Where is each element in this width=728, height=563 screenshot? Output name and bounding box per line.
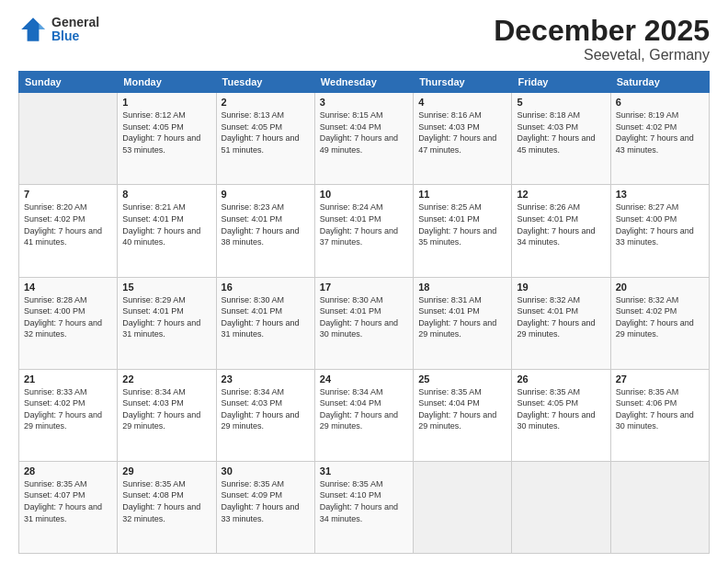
table-row: 7 Sunrise: 8:20 AM Sunset: 4:02 PM Dayli… (19, 185, 118, 277)
daylight-text: Daylight: 7 hours and 47 minutes. (418, 133, 496, 155)
day-number: 29 (122, 465, 210, 477)
table-row: 24 Sunrise: 8:34 AM Sunset: 4:04 PM Dayl… (314, 369, 413, 461)
day-info: Sunrise: 8:32 AM Sunset: 4:01 PM Dayligh… (517, 294, 605, 340)
col-friday: Friday (512, 72, 610, 93)
title-block: December 2025 Seevetal, Germany (494, 15, 710, 63)
sunset-text: Sunset: 4:08 PM (122, 490, 184, 500)
sunrise-text: Sunrise: 8:33 AM (24, 387, 87, 396)
day-number: 21 (24, 373, 112, 385)
day-number: 16 (222, 282, 310, 293)
day-number: 3 (320, 97, 408, 108)
daylight-text: Daylight: 7 hours and 29 minutes. (418, 410, 496, 431)
day-number: 9 (222, 189, 310, 200)
table-row: 18 Sunrise: 8:31 AM Sunset: 4:01 PM Dayl… (414, 277, 512, 369)
daylight-text: Daylight: 7 hours and 49 minutes. (320, 133, 398, 155)
sunrise-text: Sunrise: 8:35 AM (122, 479, 186, 488)
daylight-text: Daylight: 7 hours and 34 minutes. (517, 226, 595, 247)
table-row: 19 Sunrise: 8:32 AM Sunset: 4:01 PM Dayl… (512, 277, 610, 369)
day-info: Sunrise: 8:21 AM Sunset: 4:01 PM Dayligh… (122, 201, 210, 247)
sunset-text: Sunset: 4:04 PM (320, 122, 381, 132)
table-row: 28 Sunrise: 8:35 AM Sunset: 4:07 PM Dayl… (19, 461, 118, 553)
sunset-text: Sunset: 4:04 PM (320, 398, 381, 408)
day-info: Sunrise: 8:27 AM Sunset: 4:00 PM Dayligh… (616, 201, 704, 247)
day-info: Sunrise: 8:35 AM Sunset: 4:04 PM Dayligh… (418, 386, 506, 432)
day-number: 14 (24, 282, 112, 293)
table-row: 31 Sunrise: 8:35 AM Sunset: 4:10 PM Dayl… (314, 461, 413, 553)
day-info: Sunrise: 8:18 AM Sunset: 4:03 PM Dayligh… (517, 109, 605, 155)
daylight-text: Daylight: 7 hours and 29 minutes. (122, 410, 200, 431)
logo-icon (18, 15, 48, 44)
day-number: 2 (222, 97, 310, 108)
sunset-text: Sunset: 4:01 PM (222, 306, 283, 316)
daylight-text: Daylight: 7 hours and 30 minutes. (616, 410, 694, 431)
sunset-text: Sunset: 4:07 PM (24, 490, 85, 500)
sunrise-text: Sunrise: 8:35 AM (24, 479, 87, 488)
day-number: 12 (517, 189, 605, 200)
day-info: Sunrise: 8:35 AM Sunset: 4:06 PM Dayligh… (616, 386, 704, 432)
day-info: Sunrise: 8:35 AM Sunset: 4:09 PM Dayligh… (222, 478, 310, 524)
sunset-text: Sunset: 4:01 PM (418, 306, 480, 316)
sunset-text: Sunset: 4:01 PM (517, 214, 578, 224)
daylight-text: Daylight: 7 hours and 51 minutes. (222, 133, 300, 155)
table-row: 13 Sunrise: 8:27 AM Sunset: 4:00 PM Dayl… (610, 185, 709, 277)
day-info: Sunrise: 8:13 AM Sunset: 4:05 PM Dayligh… (222, 109, 310, 155)
day-info: Sunrise: 8:24 AM Sunset: 4:01 PM Dayligh… (320, 201, 408, 247)
table-row: 22 Sunrise: 8:34 AM Sunset: 4:03 PM Dayl… (118, 369, 216, 461)
logo-general-text: General (51, 16, 99, 29)
table-row: 16 Sunrise: 8:30 AM Sunset: 4:01 PM Dayl… (216, 277, 314, 369)
daylight-text: Daylight: 7 hours and 53 minutes. (122, 133, 200, 155)
sunrise-text: Sunrise: 8:24 AM (320, 202, 383, 212)
table-row: 21 Sunrise: 8:33 AM Sunset: 4:02 PM Dayl… (19, 369, 118, 461)
table-row: 25 Sunrise: 8:35 AM Sunset: 4:04 PM Dayl… (414, 369, 512, 461)
col-monday: Monday (118, 72, 216, 93)
day-info: Sunrise: 8:19 AM Sunset: 4:02 PM Dayligh… (616, 109, 704, 155)
sunrise-text: Sunrise: 8:32 AM (517, 295, 580, 304)
table-row (610, 461, 709, 553)
logo-text: General Blue (51, 16, 99, 44)
col-sunday: Sunday (19, 72, 118, 93)
calendar-week-row: 1 Sunrise: 8:12 AM Sunset: 4:05 PM Dayli… (19, 93, 710, 185)
sunset-text: Sunset: 4:10 PM (320, 490, 381, 500)
day-number: 13 (616, 189, 704, 200)
daylight-text: Daylight: 7 hours and 29 minutes. (320, 410, 398, 431)
table-row (19, 93, 118, 185)
day-info: Sunrise: 8:35 AM Sunset: 4:10 PM Dayligh… (320, 478, 408, 524)
sunset-text: Sunset: 4:00 PM (24, 306, 85, 316)
sunset-text: Sunset: 4:01 PM (320, 306, 381, 316)
sunset-text: Sunset: 4:01 PM (418, 214, 480, 224)
sunset-text: Sunset: 4:01 PM (222, 214, 283, 224)
sunset-text: Sunset: 4:09 PM (222, 490, 283, 500)
col-thursday: Thursday (414, 72, 512, 93)
table-row: 11 Sunrise: 8:25 AM Sunset: 4:01 PM Dayl… (414, 185, 512, 277)
day-number: 26 (517, 373, 605, 385)
sunrise-text: Sunrise: 8:20 AM (24, 202, 87, 212)
calendar-week-row: 7 Sunrise: 8:20 AM Sunset: 4:02 PM Dayli… (19, 185, 710, 277)
sunrise-text: Sunrise: 8:34 AM (222, 387, 285, 396)
col-saturday: Saturday (610, 72, 709, 93)
table-row: 23 Sunrise: 8:34 AM Sunset: 4:03 PM Dayl… (216, 369, 314, 461)
day-number: 8 (122, 189, 210, 200)
day-info: Sunrise: 8:16 AM Sunset: 4:03 PM Dayligh… (418, 109, 506, 155)
daylight-text: Daylight: 7 hours and 30 minutes. (320, 318, 398, 339)
daylight-text: Daylight: 7 hours and 33 minutes. (616, 226, 694, 247)
day-info: Sunrise: 8:25 AM Sunset: 4:01 PM Dayligh… (418, 201, 506, 247)
table-row: 26 Sunrise: 8:35 AM Sunset: 4:05 PM Dayl… (512, 369, 610, 461)
day-info: Sunrise: 8:34 AM Sunset: 4:03 PM Dayligh… (222, 386, 310, 432)
table-row: 15 Sunrise: 8:29 AM Sunset: 4:01 PM Dayl… (118, 277, 216, 369)
sunrise-text: Sunrise: 8:21 AM (122, 202, 186, 212)
daylight-text: Daylight: 7 hours and 32 minutes. (122, 502, 200, 523)
day-number: 6 (616, 97, 704, 108)
daylight-text: Daylight: 7 hours and 29 minutes. (222, 410, 300, 431)
table-row: 10 Sunrise: 8:24 AM Sunset: 4:01 PM Dayl… (314, 185, 413, 277)
day-info: Sunrise: 8:23 AM Sunset: 4:01 PM Dayligh… (222, 201, 310, 247)
table-row: 2 Sunrise: 8:13 AM Sunset: 4:05 PM Dayli… (216, 93, 314, 185)
sunrise-text: Sunrise: 8:30 AM (222, 295, 285, 304)
sunrise-text: Sunrise: 8:35 AM (616, 387, 679, 396)
logo: General Blue (18, 15, 99, 44)
sunset-text: Sunset: 4:03 PM (222, 398, 283, 408)
day-info: Sunrise: 8:15 AM Sunset: 4:04 PM Dayligh… (320, 109, 408, 155)
sunrise-text: Sunrise: 8:29 AM (122, 295, 186, 304)
day-info: Sunrise: 8:34 AM Sunset: 4:04 PM Dayligh… (320, 386, 408, 432)
sunrise-text: Sunrise: 8:12 AM (122, 110, 186, 120)
sunset-text: Sunset: 4:05 PM (122, 122, 184, 132)
